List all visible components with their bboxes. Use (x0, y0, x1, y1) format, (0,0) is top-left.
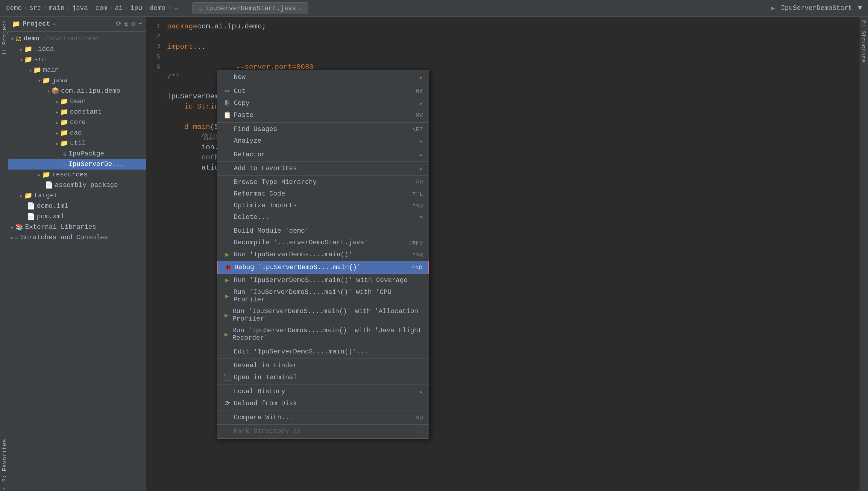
tab-close-button[interactable]: ✕ (298, 5, 302, 12)
breadcrumb-main[interactable]: main (49, 4, 65, 12)
menu-separator-2 (217, 122, 429, 123)
tree-item-package[interactable]: ▾ 📦 com.ai.ipu.demo (8, 86, 146, 96)
top-bar-right: ▶ IpuServerDemoStart ▼ (771, 4, 862, 12)
dropdown-icon[interactable]: ▼ (858, 4, 862, 12)
menu-separator-3 (217, 148, 429, 148)
tree-item-java[interactable]: ▾ 📁 java (8, 75, 146, 86)
menu-item-compare[interactable]: Compare With... ⌘D (217, 412, 429, 424)
tree-item-scratches[interactable]: ▸ ✏️ Scratches and Consoles (8, 232, 146, 243)
jfr-icon: ▶ (223, 330, 230, 339)
menu-item-run-cpu[interactable]: ▶ Run 'IpuServerDemoS....main()' with 'C… (217, 286, 429, 306)
tree-item-dao[interactable]: ▸ 📁 dao (8, 128, 146, 138)
breadcrumb-ipu[interactable]: ipu (130, 4, 142, 12)
menu-item-debug[interactable]: 🐞 Debug 'IpuServerDemoS....main()' ^⌥D (217, 261, 429, 274)
tree-item-demo[interactable]: ▾ 🗂 demo ~/Downloads/demo (8, 33, 146, 44)
tree-item-ipuserver[interactable]: ☕ IpuServerDe... (8, 159, 146, 170)
menu-item-run-alloc[interactable]: ▶ Run 'IpuServerDemoS....main()' with 'A… (217, 306, 429, 325)
menu-item-copy[interactable]: ⎘ Copy ▸ (217, 97, 429, 109)
tree-item-resources[interactable]: ▸ 📁 resources (8, 170, 146, 180)
submenu-arrow-icon: ▸ (419, 152, 423, 158)
menu-item-reveal-finder[interactable]: Reveal in Finder (217, 360, 429, 371)
menu-separator-6 (217, 224, 429, 224)
paste-icon: 📋 (223, 111, 232, 119)
folder-icon: 📁 (24, 192, 32, 200)
tree-item-src[interactable]: ▾ 📁 src (8, 54, 146, 65)
menu-item-local-history[interactable]: Local History ▸ (217, 386, 429, 397)
menu-item-edit-config[interactable]: Edit 'IpuServerDemoS....main()'... (217, 346, 429, 358)
tree-item-constant[interactable]: ▸ 📁 constant (8, 107, 146, 117)
breadcrumb-com[interactable]: com (96, 4, 107, 12)
tree-item-external-libs[interactable]: ▸ 📚 External Libraries (8, 222, 146, 232)
tree-item-demoixml[interactable]: 📄 demo.iml (8, 201, 146, 211)
sync-icon[interactable]: ⟳ (116, 20, 121, 28)
expand-arrow-icon: ▸ (56, 98, 59, 105)
folder-icon: 📁 (42, 77, 50, 85)
tree-item-pomxml[interactable]: 📄 pom.xml (8, 211, 146, 222)
menu-item-build-module[interactable]: Build Module 'demo' (217, 225, 429, 237)
coverage-icon: ▶ (223, 276, 232, 284)
menu-item-optimize-imports[interactable]: Optimize Imports ^⌥O (217, 200, 429, 211)
dropdown-arrow-icon[interactable]: ▾ (52, 21, 56, 28)
menu-item-reformat[interactable]: Reformat Code ⌥⌘L (217, 188, 429, 200)
breadcrumb-src[interactable]: src (29, 4, 41, 12)
expand-arrow-icon: ▸ (11, 234, 14, 241)
menu-item-paste[interactable]: 📋 Paste ⌘V (217, 109, 429, 121)
editor-tab[interactable]: ☕ IpuServerDemoStart.java ✕ (192, 2, 308, 15)
run-config-label[interactable]: IpuServerDemoStart (781, 4, 852, 12)
minimize-icon[interactable]: – (138, 20, 142, 28)
sidebar-label-project[interactable]: 1: Project (0, 17, 8, 59)
breadcrumb-demo[interactable]: demo (6, 4, 22, 12)
folder-icon: 📁 (60, 129, 68, 137)
tree-item-bean[interactable]: ▸ 📁 bean (8, 96, 146, 107)
menu-item-reload[interactable]: ⟳ Reload from Disk (217, 397, 429, 410)
submenu-arrow-icon: ▸ (419, 138, 423, 144)
menu-item-cut[interactable]: ✂ Cut ⌘X (217, 85, 429, 97)
menu-item-find-usages[interactable]: Find Usages ⌥F7 (217, 123, 429, 135)
tree-item-idea[interactable]: ▸ 📁 .idea (8, 44, 146, 54)
tree-item-ipupackge[interactable]: ☕ IpuPackge (8, 149, 146, 159)
folder-icon: 📁 (60, 97, 68, 106)
tree-item-core[interactable]: ▸ 📁 core (8, 117, 146, 128)
menu-item-recompile[interactable]: Recompile '...erverDemoStart.java' ⇧⌘F9 (217, 237, 429, 249)
breadcrumb-demo2[interactable]: demo (150, 4, 165, 12)
main-layout: 1: Project 2: Favorites ★ 📁 Project ▾ ⟳ … (0, 17, 868, 491)
menu-separator-7 (217, 345, 429, 345)
expand-arrow-icon: ▸ (56, 130, 59, 136)
top-bar: demo › src › main › java › com › ai › ip… (0, 0, 868, 17)
submenu-arrow-icon: ▸ (419, 388, 423, 395)
star-icon[interactable]: ★ (0, 485, 8, 491)
menu-item-browse-hierarchy[interactable]: Browse Type Hierarchy ^H (217, 176, 429, 188)
breadcrumb-ai[interactable]: ai (115, 4, 123, 12)
debug-icon: 🐞 (224, 263, 232, 271)
package-icon: 📦 (51, 87, 59, 95)
menu-item-delete[interactable]: Delete... ⌦ (217, 211, 429, 223)
menu-item-run[interactable]: ▶ Run 'IpuServerDemos....main()' ^⌥R (217, 249, 429, 261)
scratches-icon: ✏️ (15, 234, 19, 241)
run-icon[interactable]: ▶ (771, 4, 775, 12)
tree-item-target[interactable]: ▸ 📁 target (8, 191, 146, 201)
menu-item-new[interactable]: New ▸ (217, 71, 429, 83)
menu-item-open-terminal[interactable]: ⬛ Open in Terminal (217, 371, 429, 384)
tree-item-main[interactable]: ▾ 📁 main (8, 65, 146, 75)
tree-item-util[interactable]: ▸ 📁 util (8, 138, 146, 149)
code-line-2 (167, 32, 860, 42)
submenu-arrow-icon: ▸ (419, 74, 423, 81)
settings-icon[interactable]: ⚙ (131, 20, 135, 28)
sidebar-label-favorites[interactable]: 2: Favorites (0, 436, 8, 485)
tree-item-assembly[interactable]: 📄 assembly-package (8, 180, 146, 191)
folder-icon: 📁 (24, 45, 32, 53)
menu-item-add-favorites[interactable]: Add to Favorites ▸ (217, 163, 429, 174)
expand-arrow-icon: ▸ (11, 224, 14, 231)
project-panel-header: 📁 Project ▾ ⟳ ⇅ ⚙ – (8, 17, 146, 32)
folder-icon: 📁 (12, 20, 20, 28)
cut-icon: ✂ (223, 87, 232, 95)
breadcrumb-java[interactable]: java (72, 4, 88, 12)
sidebar-label-structure[interactable]: 2: Structure (860, 17, 868, 66)
menu-item-refactor[interactable]: Refactor ▸ (217, 149, 429, 161)
menu-item-run-jfr[interactable]: ▶ Run 'IpuServerDemos....main()' with 'J… (217, 325, 429, 344)
sort-icon[interactable]: ⇅ (124, 20, 128, 28)
menu-item-run-coverage[interactable]: ▶ Run 'IpuServerDemoS....main()' with Co… (217, 274, 429, 286)
library-icon: 📚 (15, 223, 23, 231)
menu-item-analyze[interactable]: Analyze ▸ (217, 135, 429, 147)
menu-item-mark-dir[interactable]: Mark Directory as ▸ (217, 426, 429, 437)
